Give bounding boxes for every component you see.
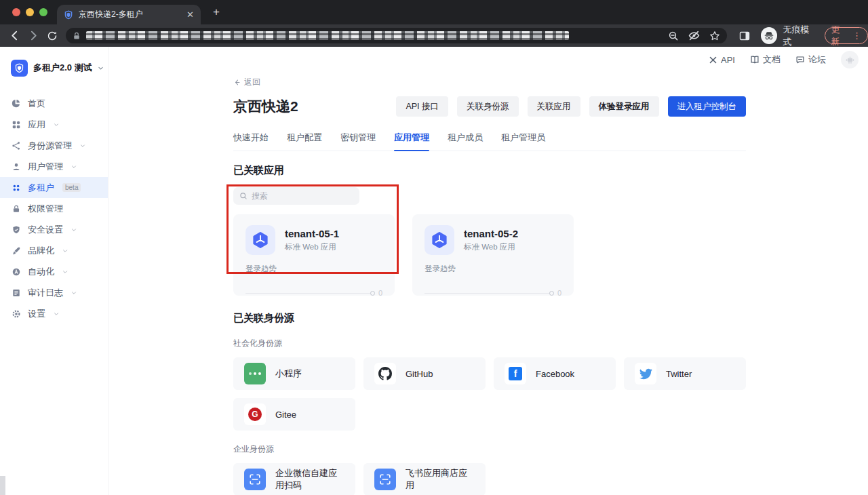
enter-tenant-console-button[interactable]: 进入租户控制台	[668, 96, 747, 117]
sidebar-item-settings[interactable]: 设置	[0, 303, 108, 324]
sparkline-value: 0	[557, 289, 561, 297]
idp-card-facebook[interactable]: f Facebook	[494, 357, 616, 390]
sidebar-item-label: 应用	[28, 119, 45, 131]
qr-scan-icon	[244, 469, 266, 490]
sidebar-item-applications[interactable]: 应用	[0, 114, 108, 135]
sidebar-item-security[interactable]: 安全设置	[0, 219, 108, 240]
sidebar-item-label: 身份源管理	[28, 140, 72, 152]
side-panel-icon[interactable]	[735, 26, 754, 45]
app-search-box[interactable]	[233, 187, 359, 205]
github-icon	[374, 363, 396, 384]
idp-card-gitee[interactable]: G Gitee	[233, 398, 355, 431]
sparkline-point	[549, 291, 554, 296]
sidebar-item-audit-logs[interactable]: 审计日志	[0, 282, 108, 303]
link-identity-source-button[interactable]: 关联身份源	[457, 96, 519, 117]
sidebar-item-automation[interactable]: 自动化	[0, 261, 108, 282]
idp-name: 飞书应用商店应用	[406, 467, 475, 492]
eye-slash-icon[interactable]	[688, 30, 700, 41]
workspace-name: 多租户2.0 测试	[33, 62, 92, 74]
app-type: 标准 Web 应用	[464, 242, 518, 252]
tab-close-icon[interactable]: ✕	[186, 9, 194, 20]
sparkline-line	[425, 293, 549, 294]
dashboard-pie-icon	[11, 98, 21, 108]
page-title: 京西快递2	[233, 97, 298, 116]
app-card-tenant-05-1[interactable]: tenant-05-1 标准 Web 应用 登录趋势 0	[233, 214, 395, 296]
idp-card-feishu-store-app[interactable]: 飞书应用商店应用	[363, 463, 486, 495]
idp-card-github[interactable]: GitHub	[363, 357, 486, 390]
incognito-label: 无痕模式	[783, 24, 817, 48]
social-idp-group-label: 社会化身份源	[233, 338, 746, 349]
forward-icon[interactable]	[24, 26, 43, 45]
linked-apps-section: 已关联应用 tenant-05-1	[233, 164, 746, 296]
new-tab-button[interactable]: +	[209, 5, 224, 20]
tab-tenant-admins[interactable]: 租户管理员	[501, 132, 545, 151]
try-login-app-button[interactable]: 体验登录应用	[589, 96, 659, 117]
app-card-tenant-05-2[interactable]: tenant-05-2 标准 Web 应用 登录趋势 0	[412, 214, 574, 296]
incognito-icon	[761, 27, 778, 44]
tab-app-management[interactable]: 应用管理	[394, 132, 429, 151]
console: 多租户2.0 测试 首页 应用 身份源管理	[0, 47, 868, 495]
page-actions: API 接口 关联身份源 关联应用 体验登录应用 进入租户控制台	[396, 96, 746, 117]
back-label: 返回	[244, 77, 260, 88]
idp-name: Twitter	[666, 369, 692, 379]
link-application-button[interactable]: 关联应用	[528, 96, 580, 117]
share-network-icon	[11, 140, 21, 151]
tab-key-management[interactable]: 密钥管理	[340, 132, 376, 151]
linked-apps-title: 已关联应用	[233, 164, 746, 177]
user-icon	[11, 161, 21, 172]
chat-bubble-icon	[795, 55, 805, 64]
bookmark-star-icon[interactable]	[709, 31, 720, 41]
update-button[interactable]: 更新 ⋮	[825, 27, 868, 44]
console-topbar: API 文档 论坛	[709, 51, 859, 68]
sparkline-line	[245, 293, 370, 294]
book-icon	[750, 55, 760, 64]
sidebar-item-label: 权限管理	[28, 203, 63, 215]
sidebar-item-home[interactable]: 首页	[0, 93, 108, 114]
incognito-chip: 无痕模式	[761, 24, 818, 48]
docs-link[interactable]: 文档	[750, 54, 781, 66]
sparkline-value: 0	[378, 289, 382, 297]
sidebar-item-label: 审计日志	[28, 287, 63, 299]
close-window-button[interactable]	[12, 8, 20, 16]
tab-tenant-config[interactable]: 租户配置	[287, 132, 322, 151]
sidebar-item-label: 品牌化	[28, 245, 54, 257]
chevron-down-icon	[71, 288, 77, 298]
browser-tab[interactable]: 京西快递2-多租户 ✕	[57, 5, 201, 24]
chevron-down-icon	[62, 266, 68, 277]
sidebar-item-multi-tenant[interactable]: 多租户 beta	[0, 177, 108, 198]
sidebar-item-user-management[interactable]: 用户管理	[0, 156, 108, 177]
sidebar-item-identity-sources[interactable]: 身份源管理	[0, 135, 108, 156]
api-link[interactable]: API	[709, 55, 735, 65]
api-endpoint-button[interactable]: API 接口	[396, 96, 448, 117]
back-link[interactable]: 返回	[233, 77, 746, 88]
minimize-window-button[interactable]	[26, 8, 34, 16]
address-bar[interactable]	[66, 28, 727, 43]
idp-card-wecom-scan[interactable]: 企业微信自建应用扫码	[233, 463, 355, 495]
browser-menu-icon[interactable]: ⋮	[852, 31, 861, 41]
workspace-switcher[interactable]: 多租户2.0 测试	[0, 56, 108, 79]
tab-tenant-members[interactable]: 租户成员	[448, 132, 483, 151]
back-icon[interactable]	[5, 26, 24, 45]
idp-card-twitter[interactable]: Twitter	[624, 357, 746, 390]
zoom-window-button[interactable]	[39, 8, 47, 16]
forum-link[interactable]: 论坛	[795, 54, 826, 66]
search-input[interactable]	[252, 191, 347, 201]
tab-strip: 京西快递2-多租户 ✕ +	[0, 0, 868, 24]
sidebar-item-label: 自动化	[28, 266, 54, 278]
reload-icon[interactable]	[43, 26, 62, 45]
sidebar-item-branding[interactable]: 品牌化	[0, 240, 108, 261]
user-avatar[interactable]	[841, 51, 859, 68]
sidebar-item-label: 用户管理	[28, 161, 63, 173]
linked-idp-section: 已关联身份源 社会化身份源 小程序 GitHub	[233, 312, 746, 495]
main-area: API 文档 论坛 返回	[108, 47, 868, 495]
app-cube-icon	[245, 225, 275, 255]
tab-quick-start[interactable]: 快速开始	[233, 132, 269, 151]
docs-label: 文档	[763, 54, 781, 66]
zoom-out-icon[interactable]	[668, 31, 679, 41]
idp-name: Gitee	[275, 410, 296, 420]
app-cube-icon	[425, 225, 454, 255]
api-label: API	[721, 55, 735, 65]
traffic-lights	[12, 8, 47, 16]
idp-card-miniprogram[interactable]: 小程序	[233, 357, 355, 390]
sidebar-item-permissions[interactable]: 权限管理	[0, 198, 108, 219]
